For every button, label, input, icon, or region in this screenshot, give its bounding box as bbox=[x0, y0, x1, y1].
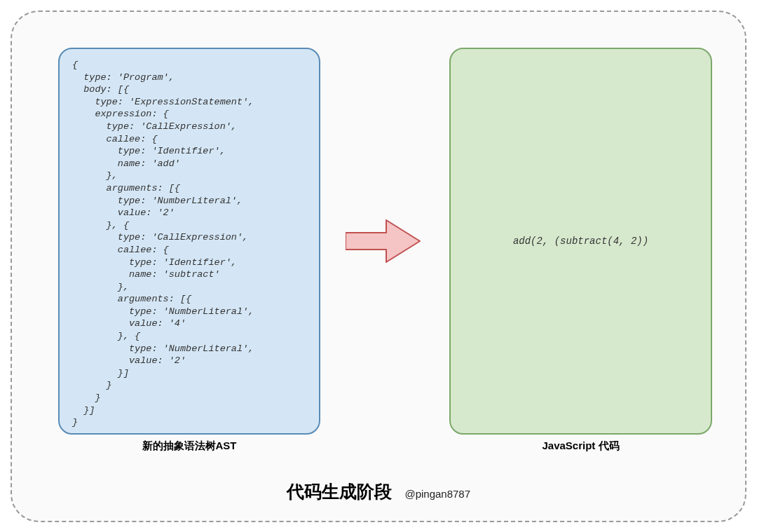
arrow-icon bbox=[346, 217, 423, 265]
js-code: add(2, (subtract(4, 2)) bbox=[513, 236, 648, 247]
diagram-container: { type: 'Program', body: [{ type: 'Expre… bbox=[11, 11, 746, 522]
title-author: @pingan8787 bbox=[404, 488, 470, 500]
ast-panel: { type: 'Program', body: [{ type: 'Expre… bbox=[58, 48, 320, 435]
ast-label: 新的抽象语法树AST bbox=[58, 439, 320, 453]
js-label: JavaScript 代码 bbox=[449, 439, 712, 453]
js-panel: add(2, (subtract(4, 2)) bbox=[449, 48, 712, 435]
svg-marker-0 bbox=[346, 220, 420, 262]
title-main: 代码生成阶段 bbox=[287, 482, 392, 501]
ast-code: { type: 'Program', body: [{ type: 'Expre… bbox=[72, 59, 254, 429]
diagram-title: 代码生成阶段 @pingan8787 bbox=[12, 480, 745, 503]
